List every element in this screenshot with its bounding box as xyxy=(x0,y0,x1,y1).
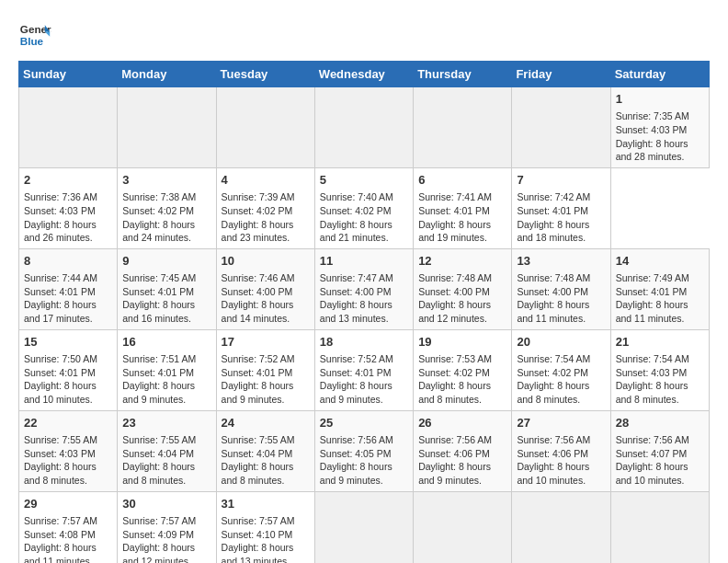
calendar-week-row: 1 Sunrise: 7:35 AM Sunset: 4:03 PM Dayli… xyxy=(19,87,710,168)
sunrise: Sunrise: 7:39 AM xyxy=(222,191,295,202)
sunrise: Sunrise: 7:48 AM xyxy=(418,272,492,283)
sunset: Sunset: 4:02 PM xyxy=(517,367,588,378)
daylight: Daylight: 8 hours and 19 minutes. xyxy=(418,219,491,244)
day-of-week-header: Thursday xyxy=(414,62,512,87)
sunset: Sunset: 4:03 PM xyxy=(616,124,688,135)
daylight: Daylight: 8 hours and 26 minutes. xyxy=(24,219,97,244)
calendar-day-cell: 6 Sunrise: 7:41 AM Sunset: 4:01 PM Dayli… xyxy=(414,167,512,248)
day-number: 9 xyxy=(122,253,210,270)
calendar-day-cell: 18 Sunrise: 7:52 AM Sunset: 4:01 PM Dayl… xyxy=(314,329,413,410)
calendar-day-cell: 27 Sunrise: 7:56 AM Sunset: 4:06 PM Dayl… xyxy=(512,410,610,491)
calendar-body: 1 Sunrise: 7:35 AM Sunset: 4:03 PM Dayli… xyxy=(19,87,710,564)
sunset: Sunset: 4:01 PM xyxy=(24,286,96,297)
calendar-day-cell: 3 Sunrise: 7:38 AM Sunset: 4:02 PM Dayli… xyxy=(118,167,216,248)
calendar-day-cell: 24 Sunrise: 7:55 AM Sunset: 4:04 PM Dayl… xyxy=(216,410,314,491)
daylight: Daylight: 8 hours and 9 minutes. xyxy=(122,380,195,405)
calendar-day-cell: 15 Sunrise: 7:50 AM Sunset: 4:01 PM Dayl… xyxy=(19,329,118,410)
sunrise: Sunrise: 7:40 AM xyxy=(320,191,393,202)
day-number: 14 xyxy=(616,253,704,270)
sunset: Sunset: 4:01 PM xyxy=(122,286,194,297)
daylight: Daylight: 8 hours and 17 minutes. xyxy=(24,299,97,324)
day-number: 26 xyxy=(418,415,506,431)
calendar-day-cell: 22 Sunrise: 7:55 AM Sunset: 4:03 PM Dayl… xyxy=(19,410,118,491)
day-number: 23 xyxy=(122,415,210,431)
calendar-day-cell: 1 Sunrise: 7:35 AM Sunset: 4:03 PM Dayli… xyxy=(610,87,709,168)
day-number: 10 xyxy=(222,253,310,270)
calendar-week-row: 15 Sunrise: 7:50 AM Sunset: 4:01 PM Dayl… xyxy=(19,329,710,410)
day-number: 25 xyxy=(320,415,408,431)
sunset: Sunset: 4:03 PM xyxy=(616,367,688,378)
logo: General Blue xyxy=(18,18,51,52)
daylight: Daylight: 8 hours and 10 minutes. xyxy=(517,461,589,486)
day-number: 3 xyxy=(122,172,210,189)
calendar-day-cell: 26 Sunrise: 7:56 AM Sunset: 4:06 PM Dayl… xyxy=(414,410,512,491)
calendar-empty-cell xyxy=(414,491,512,563)
sunrise: Sunrise: 7:47 AM xyxy=(320,272,393,283)
sunrise: Sunrise: 7:55 AM xyxy=(222,434,295,445)
day-number: 24 xyxy=(222,415,310,431)
sunset: Sunset: 4:06 PM xyxy=(418,448,490,459)
sunrise: Sunrise: 7:56 AM xyxy=(320,434,393,445)
daylight: Daylight: 8 hours and 8 minutes. xyxy=(122,461,195,486)
sunset: Sunset: 4:00 PM xyxy=(517,286,588,297)
daylight: Daylight: 8 hours and 12 minutes. xyxy=(418,299,491,324)
calendar-empty-cell xyxy=(19,87,118,168)
day-of-week-header: Wednesday xyxy=(314,62,413,87)
daylight: Daylight: 8 hours and 13 minutes. xyxy=(320,299,392,324)
sunset: Sunset: 4:07 PM xyxy=(616,448,688,459)
calendar-day-cell: 9 Sunrise: 7:45 AM Sunset: 4:01 PM Dayli… xyxy=(118,248,216,329)
sunset: Sunset: 4:01 PM xyxy=(320,367,392,378)
day-number: 21 xyxy=(616,334,704,350)
sunrise: Sunrise: 7:36 AM xyxy=(24,191,97,202)
daylight: Daylight: 8 hours and 18 minutes. xyxy=(517,219,589,244)
daylight: Daylight: 8 hours and 28 minutes. xyxy=(616,138,688,163)
calendar-day-cell: 13 Sunrise: 7:48 AM Sunset: 4:00 PM Dayl… xyxy=(512,248,610,329)
day-number: 4 xyxy=(222,172,310,189)
calendar-day-cell: 23 Sunrise: 7:55 AM Sunset: 4:04 PM Dayl… xyxy=(118,410,216,491)
sunset: Sunset: 4:09 PM xyxy=(122,529,194,540)
calendar-day-cell: 8 Sunrise: 7:44 AM Sunset: 4:01 PM Dayli… xyxy=(19,248,118,329)
logo-icon: General Blue xyxy=(18,18,51,52)
calendar-empty-cell xyxy=(118,87,216,168)
sunset: Sunset: 4:01 PM xyxy=(616,286,688,297)
daylight: Daylight: 8 hours and 8 minutes. xyxy=(222,461,294,486)
calendar-day-cell: 7 Sunrise: 7:42 AM Sunset: 4:01 PM Dayli… xyxy=(512,167,610,248)
day-number: 16 xyxy=(122,334,210,350)
calendar-day-cell: 5 Sunrise: 7:40 AM Sunset: 4:02 PM Dayli… xyxy=(314,167,413,248)
day-number: 5 xyxy=(320,172,408,189)
sunset: Sunset: 4:04 PM xyxy=(122,448,194,459)
sunset: Sunset: 4:01 PM xyxy=(418,205,490,216)
calendar-week-row: 2 Sunrise: 7:36 AM Sunset: 4:03 PM Dayli… xyxy=(19,167,710,248)
calendar-empty-cell xyxy=(610,491,709,563)
calendar-week-row: 8 Sunrise: 7:44 AM Sunset: 4:01 PM Dayli… xyxy=(19,248,710,329)
sunset: Sunset: 4:02 PM xyxy=(418,367,490,378)
day-number: 28 xyxy=(616,415,704,431)
day-number: 13 xyxy=(517,253,605,270)
calendar-day-cell: 19 Sunrise: 7:53 AM Sunset: 4:02 PM Dayl… xyxy=(414,329,512,410)
sunrise: Sunrise: 7:57 AM xyxy=(122,515,196,526)
sunset: Sunset: 4:04 PM xyxy=(222,448,293,459)
calendar-day-cell: 21 Sunrise: 7:54 AM Sunset: 4:03 PM Dayl… xyxy=(610,329,709,410)
daylight: Daylight: 8 hours and 13 minutes. xyxy=(222,542,294,563)
sunrise: Sunrise: 7:54 AM xyxy=(616,353,689,364)
day-number: 17 xyxy=(222,334,310,350)
day-number: 6 xyxy=(418,172,506,189)
sunrise: Sunrise: 7:56 AM xyxy=(517,434,590,445)
sunset: Sunset: 4:00 PM xyxy=(418,286,490,297)
calendar-empty-cell xyxy=(216,87,314,168)
daylight: Daylight: 8 hours and 8 minutes. xyxy=(517,380,589,405)
calendar-empty-cell xyxy=(314,491,413,563)
calendar-day-cell: 30 Sunrise: 7:57 AM Sunset: 4:09 PM Dayl… xyxy=(118,491,216,563)
daylight: Daylight: 8 hours and 10 minutes. xyxy=(24,380,97,405)
sunrise: Sunrise: 7:42 AM xyxy=(517,191,590,202)
daylight: Daylight: 8 hours and 10 minutes. xyxy=(616,461,688,486)
daylight: Daylight: 8 hours and 21 minutes. xyxy=(320,219,392,244)
daylight: Daylight: 8 hours and 9 minutes. xyxy=(320,380,392,405)
sunset: Sunset: 4:02 PM xyxy=(122,205,194,216)
sunrise: Sunrise: 7:35 AM xyxy=(616,110,689,121)
calendar-day-cell: 2 Sunrise: 7:36 AM Sunset: 4:03 PM Dayli… xyxy=(19,167,118,248)
day-number: 27 xyxy=(517,415,605,431)
sunrise: Sunrise: 7:56 AM xyxy=(418,434,492,445)
calendar-empty-cell xyxy=(414,87,512,168)
sunset: Sunset: 4:01 PM xyxy=(122,367,194,378)
